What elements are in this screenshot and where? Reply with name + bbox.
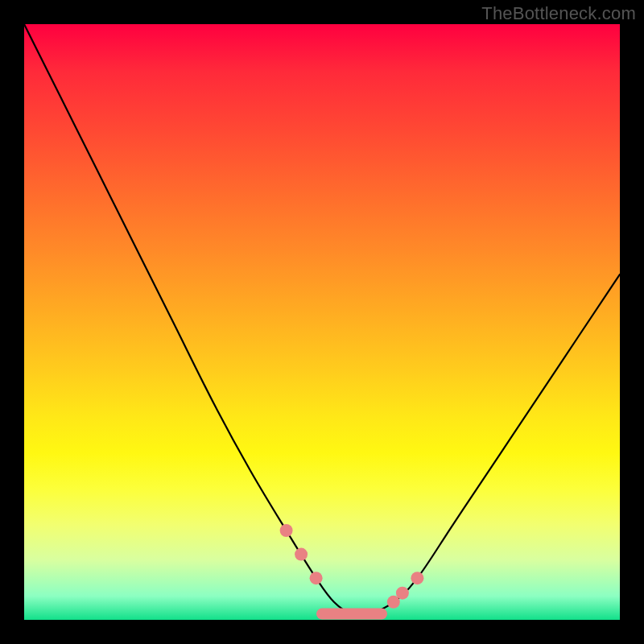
curve-svg xyxy=(24,24,620,620)
watermark-text: TheBottleneck.com xyxy=(481,3,636,24)
curve-marker-dots-left xyxy=(280,524,323,584)
curve-marker-dot xyxy=(280,524,293,537)
chart-frame: TheBottleneck.com xyxy=(0,0,644,644)
curve-marker-dot xyxy=(411,572,423,584)
curve-marker-dot xyxy=(295,548,308,561)
main-curve-path xyxy=(24,24,620,616)
curve-marker-dots-right xyxy=(387,572,424,609)
curve-marker-dot xyxy=(396,587,409,600)
curve-marker-dot xyxy=(310,572,323,584)
plot-area xyxy=(24,24,620,620)
curve-marker-dot xyxy=(387,596,400,609)
